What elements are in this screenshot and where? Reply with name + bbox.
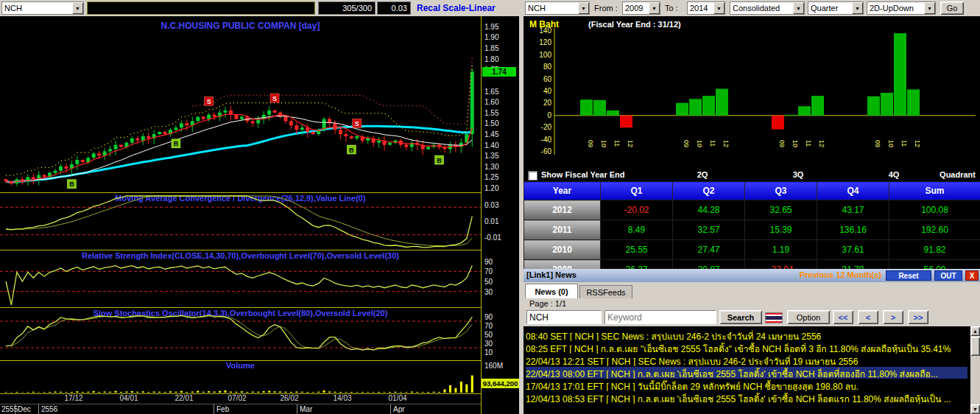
rsi-axis-label: 30 (484, 288, 493, 296)
page-indicator: Page : 1/1 (529, 299, 566, 308)
next-page-button[interactable]: > (883, 310, 903, 324)
price-axis-label: 1.65 (484, 88, 498, 96)
news-item[interactable]: 12/04/13 08:53 EFT [ NCH ] ก.ล.ต.เผย 'เอ… (526, 392, 967, 404)
keyword-input[interactable] (604, 310, 716, 324)
news-item[interactable]: 17/04/13 17:01 EFT [ NCH ] วันนี้มีบิ๊กล… (526, 379, 967, 391)
symbol-combo[interactable]: NCH ▼ (1, 1, 84, 15)
price-axis-label: 1.45 (484, 130, 498, 138)
close-icon[interactable]: X (965, 270, 979, 281)
value-cell: 37.61 (817, 240, 889, 260)
option-button[interactable]: Option (787, 310, 830, 324)
bar-chart-canvas[interactable]: 140120100806040200-20-40-600910111209101… (524, 16, 980, 169)
rsi-chart[interactable] (0, 250, 481, 308)
macd-chart[interactable] (0, 193, 481, 250)
value-cell: 91.82 (889, 240, 980, 260)
out-button[interactable]: OUT (934, 270, 962, 281)
thai-flag-icon[interactable] (765, 312, 783, 323)
table-header: Sum (889, 182, 980, 200)
news-item[interactable]: 08:40 SET [ NCH ] SEC News : สรุปแบบ 246… (526, 329, 967, 341)
value-cell: 136.16 (817, 220, 889, 240)
svg-text:100: 100 (539, 51, 551, 59)
svg-text:120: 120 (539, 38, 551, 46)
from-year-combo[interactable]: 2009 ▼ (622, 1, 660, 15)
period-combo[interactable]: Quarter ▼ (808, 1, 864, 15)
svg-text:0: 0 (547, 111, 551, 119)
svg-text:B: B (437, 157, 442, 164)
rsi-axis-label: 70 (484, 267, 493, 276)
svg-text:S: S (355, 120, 359, 127)
timeline-divider (214, 404, 214, 414)
table-row[interactable]: 201025.5527.471.1937.6191.82 (524, 240, 980, 260)
view-mode-value: 2D-UpDown (867, 4, 924, 13)
volume-chart[interactable] (0, 361, 481, 394)
symbol-search-input[interactable] (87, 1, 315, 15)
group-label-3q: 3Q (793, 170, 804, 179)
table-row[interactable]: 2012-20.0244.2832.6543.17100.08 (524, 200, 980, 220)
chevron-down-icon[interactable]: ▼ (713, 2, 725, 14)
price-axis-label: 1.90 (484, 33, 498, 41)
table-row[interactable]: 20118.4932.5715.39136.16192.60 (524, 220, 980, 240)
svg-text:09: 09 (683, 140, 690, 147)
svg-text:09: 09 (587, 140, 594, 147)
tab-rssfeeds[interactable]: RSSFeeds (579, 285, 632, 298)
search-button[interactable]: Search (719, 310, 762, 324)
news-item[interactable]: 08:25 EFT [ NCH ] ก.ล.ต.เผย ''เอ็นซีเอช … (526, 342, 967, 354)
right-toolbar: NCH ▼ From : 2009 ▼ To : 2014 ▼ Consolid… (524, 0, 980, 16)
value-cell: 8.49 (601, 220, 673, 240)
last-price-tag: 1.74 (482, 67, 516, 77)
go-button[interactable]: Go (940, 1, 964, 15)
value-cell: 1.19 (745, 240, 817, 260)
date-tick: 07/02 (228, 394, 246, 402)
date-tick: 01/04 (388, 394, 406, 402)
table-header: Q2 (673, 182, 745, 200)
svg-text:-20: -20 (541, 123, 552, 131)
price-axis-label: 1.80 (484, 55, 498, 63)
news-scrollbar[interactable]: ▲ ▼ (970, 326, 980, 414)
value-cell: 15.39 (745, 220, 817, 240)
consolidated-combo[interactable]: Consolidated ▼ (730, 1, 805, 15)
scroll-down-icon[interactable]: ▼ (970, 404, 980, 414)
fin-symbol-combo[interactable]: NCH ▼ (525, 1, 590, 15)
svg-text:40: 40 (543, 87, 552, 95)
chart-region: N.C.HOUSING PUBLIC COMPAN [day] SSSBBBB … (0, 16, 519, 414)
svg-text:80: 80 (543, 63, 552, 71)
svg-text:11: 11 (709, 140, 716, 147)
chevron-down-icon[interactable]: ▼ (793, 2, 804, 14)
scrollbar-thumb[interactable] (970, 337, 980, 356)
table-header: Q3 (745, 182, 817, 200)
svg-text:12: 12 (818, 140, 825, 147)
recal-scale-button[interactable]: Recal Scale-Linear (417, 3, 496, 13)
timeline[interactable]: 2555Dec2556FebMarApr (0, 404, 519, 414)
value-cell: 192.60 (889, 220, 980, 240)
news-item[interactable]: 22/04/13 12:21 SET [ NCH ] SEC News : สร… (526, 354, 967, 366)
prev-page-button[interactable]: < (858, 310, 878, 324)
news-controls: Search Option << < > >> (524, 309, 980, 326)
view-mode-combo[interactable]: 2D-UpDown ▼ (867, 1, 936, 15)
last-page-button[interactable]: >> (908, 310, 928, 324)
tab-news[interactable]: News (0) (525, 284, 578, 298)
reset-button[interactable]: Reset (886, 270, 931, 281)
chevron-down-icon[interactable]: ▼ (649, 2, 660, 14)
to-year-combo[interactable]: 2014 ▼ (687, 1, 725, 15)
timeline-divider (38, 404, 39, 414)
scroll-up-icon[interactable]: ▲ (970, 326, 980, 336)
date-tick: 26/02 (280, 394, 298, 402)
value-cell: 100.08 (889, 200, 980, 220)
chevron-down-icon[interactable]: ▼ (578, 2, 589, 14)
svg-text:S: S (207, 98, 211, 105)
chevron-down-icon[interactable]: ▼ (852, 2, 863, 14)
value-cell: 44.28 (673, 200, 745, 220)
price-axis-label: 1.25 (484, 173, 498, 181)
svg-text:12: 12 (722, 140, 730, 147)
financial-bar-chart[interactable]: 140120100806040200-20-40-600910111209101… (524, 16, 980, 169)
chevron-down-icon[interactable]: ▼ (924, 2, 935, 14)
stoch-chart[interactable] (0, 308, 481, 361)
price-chart[interactable]: SSSBBBB (0, 16, 481, 193)
news-item[interactable]: 22/04/13 08:00 EFT [ NCH ] ก.ล.ต.เผย 'เอ… (526, 367, 967, 379)
news-title: [Link1] News (526, 270, 577, 279)
show-fiscal-checkbox[interactable] (528, 171, 537, 180)
news-symbol-input[interactable] (526, 310, 602, 324)
first-page-button[interactable]: << (833, 310, 853, 324)
quarterly-results-table: YearQ1Q2Q3Q4Sum2012-20.0244.2832.6543.17… (524, 181, 980, 280)
chevron-down-icon[interactable]: ▼ (72, 2, 83, 14)
